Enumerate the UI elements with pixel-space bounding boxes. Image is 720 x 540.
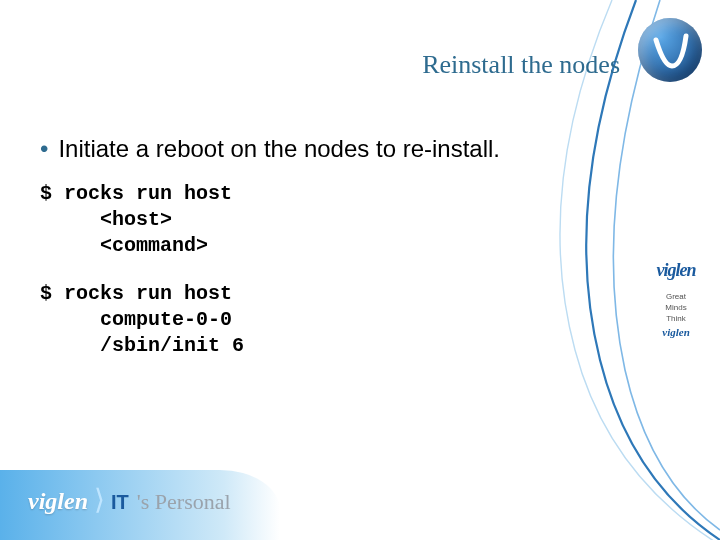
footer-it: IT [111, 491, 129, 514]
footer-tagline: 's Personal [137, 489, 231, 515]
code-line: /sbin/init 6 [40, 333, 600, 359]
code-line: $ rocks run host [40, 281, 600, 307]
side-brand-logo: viglen [644, 260, 708, 281]
footer-paren-icon: ⟩ [94, 483, 105, 516]
bullet-item: • Initiate a reboot on the nodes to re-i… [40, 135, 600, 163]
footer: viglen ⟩ IT 's Personal [28, 483, 231, 516]
side-brand: viglen Great Minds Think viglen [644, 260, 708, 338]
code-block-1: $ rocks run host <host> <command> [40, 181, 600, 259]
footer-brand: viglen [28, 488, 88, 515]
side-brand-tagline: Great Minds Think [644, 291, 708, 324]
code-line: <command> [40, 233, 600, 259]
tag-word: Minds [644, 302, 708, 313]
bullet-text: Initiate a reboot on the nodes to re-ins… [58, 135, 500, 163]
content-area: • Initiate a reboot on the nodes to re-i… [40, 135, 600, 381]
v-swoosh-icon [650, 30, 690, 70]
code-line: <host> [40, 207, 600, 233]
code-line: compute-0-0 [40, 307, 600, 333]
slide: Reinstall the nodes • Initiate a reboot … [0, 0, 720, 540]
corner-logo [638, 18, 702, 82]
code-line: $ rocks run host [40, 181, 600, 207]
bullet-dot-icon: • [40, 135, 48, 163]
code-block-2: $ rocks run host compute-0-0 /sbin/init … [40, 281, 600, 359]
tag-word: Think [644, 313, 708, 324]
side-brand-small: viglen [644, 326, 708, 338]
slide-title: Reinstall the nodes [0, 50, 620, 80]
tag-word: Great [644, 291, 708, 302]
